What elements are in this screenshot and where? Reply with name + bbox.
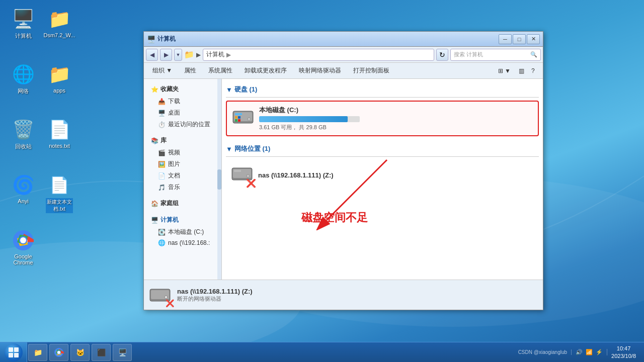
- sidebar-item-cdrive[interactable]: 💽 本地磁盘 (C:): [148, 226, 217, 238]
- error-badge-icon: ❌: [246, 178, 256, 188]
- main-area: ⭐ 收藏夹 📥 下载 🖥️ 桌面 ⏱️ 最近访问的位置: [144, 79, 543, 280]
- sidebar: ⭐ 收藏夹 📥 下载 🖥️ 桌面 ⏱️ 最近访问的位置: [144, 79, 222, 280]
- bottom-bar: ❌ nas (\\192.168.1.111) (Z:) 断开的网络驱动器: [144, 280, 543, 310]
- view-toggle-button[interactable]: ⊞ ▼: [495, 64, 514, 77]
- sidebar-item-nas[interactable]: 🌐 nas (\\192.168.:: [148, 238, 217, 248]
- toolbar-organize-button[interactable]: 组织 ▼: [147, 64, 178, 77]
- search-icon[interactable]: 🔍: [530, 51, 537, 58]
- sidebar-scrollbar[interactable]: [217, 79, 221, 280]
- sidebar-item-pictures[interactable]: 🖼️ 图片: [148, 158, 217, 170]
- toolbar-uninstall-button[interactable]: 卸载或更改程序: [239, 64, 292, 77]
- documents-icon: 📄: [158, 172, 166, 179]
- nav-bar: ◀ ▶ ▼ 📁 ▶ 计算机 ▶ ↻ 搜索 计算机 🔍: [144, 47, 543, 63]
- desktop-icon-network[interactable]: 🌐 网络: [5, 60, 41, 97]
- download-icon: 📥: [158, 98, 166, 105]
- svg-rect-13: [235, 119, 237, 122]
- desktop-icon-anyi[interactable]: 🌀 Anyi: [5, 171, 41, 206]
- desktop-icon2: 🖥️: [158, 110, 166, 117]
- homegroup-icon: 🏠: [151, 200, 158, 207]
- sidebar-section-favorites: ⭐ 收藏夹 📥 下载 🖥️ 桌面 ⏱️ 最近访问的位置: [144, 81, 221, 132]
- desktop-icon-apps[interactable]: 📁 apps: [41, 60, 77, 96]
- nav-dropdown-button[interactable]: ▼: [174, 49, 182, 61]
- desktop-icon-computer-label: 计算机: [15, 32, 32, 40]
- path-text: 计算机: [206, 50, 224, 59]
- taskbar-cat-button[interactable]: 🐱: [70, 344, 90, 361]
- desktop-icon-computer[interactable]: 🖥️ 计算机: [5, 5, 41, 42]
- desktop-icon-network-label: 网络: [18, 87, 29, 95]
- hard-disk-section-label: 硬盘 (1): [234, 85, 258, 94]
- c-drive-item[interactable]: 本地磁盘 (C:) 3.61 GB 可用， 共 29.8 GB: [226, 101, 539, 136]
- desktop-icon-recycle[interactable]: 🗑️ 回收站: [5, 116, 41, 152]
- sidebar-item-music[interactable]: 🎵 音乐: [148, 182, 217, 193]
- sidebar-homegroup-header[interactable]: 🏠 家庭组: [148, 197, 217, 210]
- desktop-icon-chrome[interactable]: Google Chrome: [5, 226, 41, 267]
- maximize-button[interactable]: □: [513, 34, 526, 44]
- bottom-error-icon: ❌: [166, 299, 174, 307]
- video-icon: 🎬: [158, 149, 166, 156]
- sidebar-computer-header[interactable]: 🖥️ 计算机: [148, 214, 217, 226]
- taskbar-remote-button[interactable]: 🖥️: [113, 344, 132, 361]
- close-button[interactable]: ✕: [527, 34, 540, 44]
- nav-path-bar[interactable]: 计算机 ▶: [203, 49, 434, 61]
- preview-pane-button[interactable]: ▥: [516, 64, 527, 77]
- start-button[interactable]: [0, 342, 27, 363]
- clock-time: 10:47: [611, 345, 636, 352]
- start-orb: [5, 343, 23, 361]
- desktop-icon-dsm[interactable]: 📁 Dsm7.2_W...: [41, 5, 77, 40]
- toolbar-map-drive-button[interactable]: 映射网络驱动器: [293, 64, 347, 77]
- sidebar-item-desktop[interactable]: 🖥️ 桌面: [148, 107, 217, 119]
- taskbar-right-area: CSDN @xiaogianglub 🔊 📶 ⚡ 10:47 2023/10/8: [518, 345, 644, 359]
- recent-icon: ⏱️: [158, 121, 166, 128]
- svg-rect-28: [14, 353, 19, 357]
- window-title: 计算机: [155, 35, 499, 43]
- volume-icon[interactable]: 🔊: [576, 349, 583, 355]
- annotation-area: 磁盘空间不足: [226, 200, 539, 260]
- c-drive-icon: [232, 107, 254, 130]
- svg-point-10: [249, 119, 250, 120]
- search-bar[interactable]: 搜索 计算机 🔍: [450, 49, 541, 61]
- network-icon[interactable]: 📶: [586, 349, 593, 355]
- svg-rect-17: [234, 170, 241, 172]
- folder-icon: 📁: [184, 50, 194, 59]
- annotation-text: 磁盘空间不足: [301, 210, 368, 225]
- library-icon: 📚: [151, 137, 158, 144]
- forward-button[interactable]: ▶: [160, 49, 172, 61]
- hard-disk-section-header[interactable]: ▼ 硬盘 (1): [226, 83, 539, 96]
- taskbar-explorer-button[interactable]: 📁: [28, 344, 47, 361]
- sidebar-item-download[interactable]: 📥 下载: [148, 96, 217, 107]
- toolbar-properties-button[interactable]: 属性: [179, 64, 202, 77]
- collapse-hard-disk-icon: ▼: [226, 86, 232, 94]
- minimize-button[interactable]: ─: [499, 34, 512, 44]
- sidebar-section-homegroup: 🏠 家庭组: [144, 195, 221, 212]
- sidebar-library-header[interactable]: 📚 库: [148, 134, 217, 147]
- scrollbar-thumb[interactable]: [217, 169, 221, 190]
- sidebar-favorites-header[interactable]: ⭐ 收藏夹: [148, 83, 217, 96]
- toolbar-system-properties-button[interactable]: 系统属性: [203, 64, 238, 77]
- sidebar-item-recent[interactable]: ⏱️ 最近访问的位置: [148, 119, 217, 130]
- c-drive-progress: [259, 116, 360, 122]
- svg-rect-26: [14, 347, 19, 352]
- favorites-label: 收藏夹: [160, 85, 179, 94]
- taskbar-clock[interactable]: 10:47 2023/10/8: [607, 345, 640, 359]
- back-button[interactable]: ◀: [146, 49, 158, 61]
- toolbar-control-panel-button[interactable]: 打开控制面板: [348, 64, 395, 77]
- network-section-label: 网络位置 (1): [234, 144, 271, 153]
- window-titlebar: 🖥️ 计算机 ─ □ ✕: [144, 32, 543, 47]
- c-drive-info: 本地磁盘 (C:) 3.61 GB 可用， 共 29.8 GB: [259, 106, 533, 131]
- sidebar-item-video[interactable]: 🎬 视频: [148, 147, 217, 158]
- computer-label: 计算机: [160, 216, 179, 224]
- refresh-button[interactable]: ↻: [436, 49, 448, 61]
- pictures-icon: 🖼️: [158, 161, 166, 168]
- nas-drive-icon: ❌: [231, 164, 253, 186]
- taskbar-chrome-button[interactable]: [49, 344, 68, 361]
- sidebar-item-documents[interactable]: 📄 文档: [148, 170, 217, 182]
- taskbar-cmd-button[interactable]: ⬛: [92, 344, 111, 361]
- desktop-icon-notes[interactable]: 📄 notes.txt: [41, 116, 77, 151]
- network-section-header[interactable]: ▼ 网络位置 (1): [226, 142, 539, 155]
- svg-rect-27: [9, 353, 13, 357]
- toolbar: 组织 ▼ 属性 系统属性 卸载或更改程序 映射网络驱动器 打开控制面板 ⊞ ▼ …: [144, 63, 543, 79]
- power-icon[interactable]: ⚡: [596, 349, 603, 355]
- desktop-icon-anyi-label: Anyi: [18, 198, 28, 204]
- help-button[interactable]: ?: [529, 65, 540, 76]
- desktop-icon-newfile[interactable]: 📄 新建文本文档.txt: [41, 171, 77, 215]
